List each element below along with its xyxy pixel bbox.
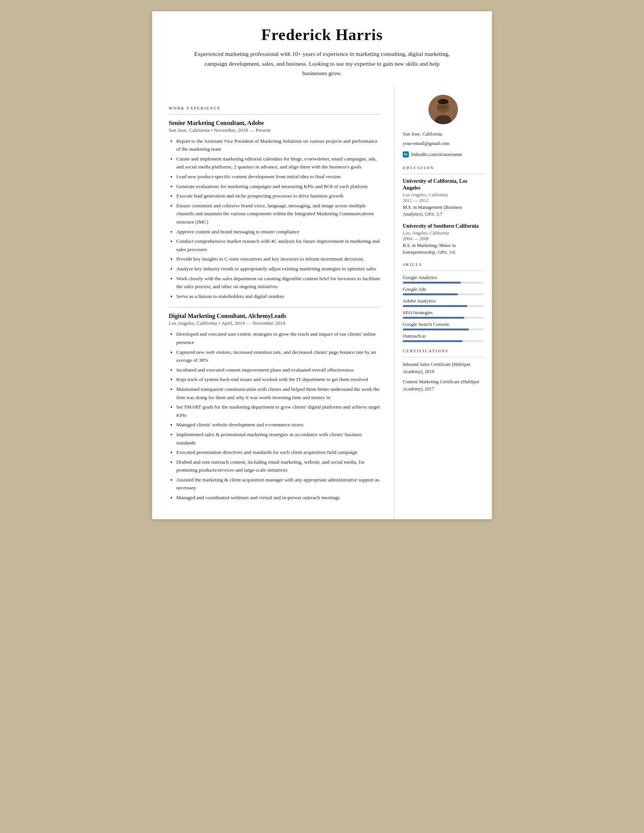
edu-name-2: University of Southern California bbox=[403, 223, 483, 230]
education-label: EDUCATION bbox=[403, 166, 483, 170]
education-divider bbox=[403, 174, 483, 174]
edu-degree-1: M.S. in Management (Business Analytics).… bbox=[403, 204, 483, 217]
bullet: Assisted the marketing & client acquisit… bbox=[176, 476, 381, 492]
edu-name-1: University of California, Los Angeles bbox=[403, 178, 483, 191]
bullet: Kept track of system back-end issues and… bbox=[176, 375, 381, 384]
avatar bbox=[429, 95, 458, 124]
skill-bar-fill bbox=[403, 340, 463, 342]
edu-years-2: 2004 — 2008 bbox=[403, 236, 483, 242]
bullet: Curate and implement marketing editorial… bbox=[176, 155, 381, 171]
edu-entry-1: University of California, Los Angeles Lo… bbox=[403, 178, 483, 217]
skill-bar-bg bbox=[403, 340, 483, 342]
body-columns: WORK EXPERIENCE Senior Marketing Consult… bbox=[152, 85, 492, 519]
linkedin-icon: in bbox=[403, 151, 409, 158]
bullet: Serve as a liaison to stakeholders and d… bbox=[176, 292, 381, 301]
bullet: Set SMART goals for the marketing depart… bbox=[176, 403, 381, 419]
bullet: Incubated and executed content improveme… bbox=[176, 366, 381, 374]
job-divider-2 bbox=[169, 307, 381, 307]
bullet: Captured new web visitors, increased ret… bbox=[176, 348, 381, 364]
skill-name: Google Analytics bbox=[403, 275, 483, 281]
skill-bar-bg bbox=[403, 305, 483, 307]
bullet: Implemented sales & promotional marketin… bbox=[176, 431, 381, 447]
skill-entry-0: Google Analytics bbox=[403, 275, 483, 284]
linkedin-line: in linkedin.com/in/username bbox=[403, 150, 483, 159]
skill-entry-1: Google Ads bbox=[403, 286, 483, 295]
bullet: Approve content and brand messaging to e… bbox=[176, 228, 381, 236]
skill-entry-4: Google Search Console bbox=[403, 322, 483, 330]
main-column: WORK EXPERIENCE Senior Marketing Consult… bbox=[152, 85, 395, 519]
edu-entry-2: University of Southern California Los, A… bbox=[403, 223, 483, 256]
certifications-divider bbox=[403, 357, 483, 357]
sidebar-column: San Jose, California your-email@gmail.co… bbox=[395, 85, 492, 409]
bullet: Maintained transparent communication wit… bbox=[176, 385, 381, 401]
skill-entry-3: SEO Strategies bbox=[403, 310, 483, 319]
job-title-2: Digital Marketing Consultant, AlchemyLea… bbox=[169, 313, 381, 320]
skill-bar-fill bbox=[403, 282, 461, 284]
certifications-label: CERTIFICATIONS bbox=[403, 349, 483, 353]
skill-name: Google Ads bbox=[403, 286, 483, 292]
candidate-summary: Experienced marketing professional with … bbox=[194, 49, 450, 78]
skill-bar-bg bbox=[403, 293, 483, 295]
edu-degree-2: B.S. in Marketing; Minor in Entrepreneur… bbox=[403, 243, 483, 256]
location-text: San Jose, California bbox=[403, 130, 483, 138]
skill-bar-fill bbox=[403, 293, 458, 295]
job-entry-2: Digital Marketing Consultant, AlchemyLea… bbox=[169, 313, 381, 502]
skill-bar-bg bbox=[403, 317, 483, 319]
job-entry-1: Senior Marketing Consultant, Adobe San J… bbox=[169, 120, 381, 301]
work-experience-label: WORK EXPERIENCE bbox=[169, 106, 381, 110]
bullet: Lead new product-specific content develo… bbox=[176, 172, 381, 181]
skill-entry-2: Adobe Analytics bbox=[403, 298, 483, 307]
work-experience-divider bbox=[169, 114, 381, 114]
skill-entry-5: Outreach.io bbox=[403, 333, 483, 342]
bullet: Provide key insights to C-suite executiv… bbox=[176, 255, 381, 263]
skills-list: Google Analytics Google Ads Adobe Analyt… bbox=[403, 275, 483, 342]
bullet: Executed presentation directives and sta… bbox=[176, 448, 381, 457]
bullet: Analyze key industry trends to appropria… bbox=[176, 265, 381, 273]
job-bullets-2: Developed and executed user-centric stra… bbox=[169, 330, 381, 502]
skill-name: Outreach.io bbox=[403, 333, 483, 339]
bullet: Managed clients' website development and… bbox=[176, 421, 381, 429]
skill-bar-fill bbox=[403, 317, 464, 319]
cert-entry-2: Content Marketing Certificate (HubSpot A… bbox=[403, 378, 483, 393]
resume-container: Frederick Harris Experienced marketing p… bbox=[152, 11, 492, 519]
bullet: Ensure consistent and cohesive brand voi… bbox=[176, 202, 381, 226]
bullet: Conduct comprehensive market research wi… bbox=[176, 237, 381, 253]
header-section: Frederick Harris Experienced marketing p… bbox=[152, 11, 492, 85]
job-bullets-1: Report to the Assistant Vice President o… bbox=[169, 137, 381, 301]
job-title-1: Senior Marketing Consultant, Adobe bbox=[169, 120, 381, 127]
bullet: Drafted and sent outreach content, inclu… bbox=[176, 458, 381, 474]
email-text: your-email@gmail.com bbox=[403, 139, 483, 148]
avatar-wrap bbox=[403, 95, 483, 124]
candidate-name: Frederick Harris bbox=[175, 26, 469, 44]
bullet: Developed and executed user-centric stra… bbox=[176, 330, 381, 346]
svg-point-6 bbox=[438, 99, 448, 104]
skill-bar-fill bbox=[403, 328, 469, 330]
job-meta-2: Los Angeles, California • April, 2014 — … bbox=[169, 320, 381, 326]
bullet: Managed and coordinated webinars and vir… bbox=[176, 494, 381, 502]
bullet: Work closely with the sales department o… bbox=[176, 275, 381, 291]
skill-bar-bg bbox=[403, 328, 483, 330]
bullet: Generate evaluations for marketing campa… bbox=[176, 182, 381, 191]
skill-bar-fill bbox=[403, 305, 467, 307]
edu-location-1: Los Angeles, California bbox=[403, 192, 483, 198]
edu-years-1: 2011 — 2012 bbox=[403, 198, 483, 204]
skills-divider bbox=[403, 270, 483, 271]
edu-location-2: Los, Angeles, California bbox=[403, 230, 483, 236]
skills-label: SKILLS bbox=[403, 262, 483, 267]
bullet: Execute lead generation and niche prospe… bbox=[176, 192, 381, 200]
skill-bar-bg bbox=[403, 282, 483, 284]
contact-info: San Jose, California your-email@gmail.co… bbox=[403, 130, 483, 159]
linkedin-text: linkedin.com/in/username bbox=[411, 150, 462, 159]
skill-name: Adobe Analytics bbox=[403, 298, 483, 304]
skill-name: SEO Strategies bbox=[403, 310, 483, 316]
job-meta-1: San Jose, California • November, 2018 — … bbox=[169, 127, 381, 133]
cert-entry-1: Inbound Sales Certificate (HubSpot Acade… bbox=[403, 361, 483, 375]
skill-name: Google Search Console bbox=[403, 322, 483, 327]
bullet: Report to the Assistant Vice President o… bbox=[176, 137, 381, 153]
